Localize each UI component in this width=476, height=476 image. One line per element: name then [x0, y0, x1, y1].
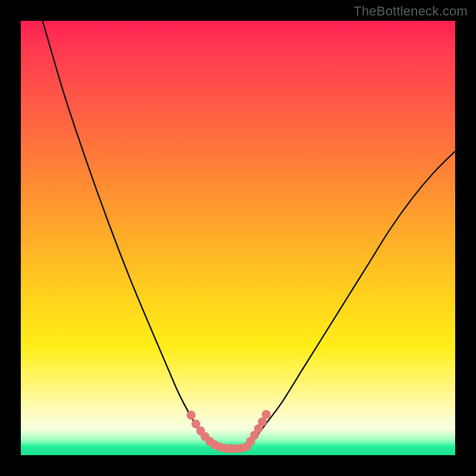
chart-svg	[21, 21, 455, 455]
highlight-dot	[262, 410, 271, 419]
plot-area	[21, 21, 455, 455]
chart-frame: TheBottleneck.com	[0, 0, 476, 476]
highlight-dot	[187, 411, 196, 419]
watermark-text: TheBottleneck.com	[353, 4, 468, 19]
bottleneck-curve	[43, 21, 456, 449]
